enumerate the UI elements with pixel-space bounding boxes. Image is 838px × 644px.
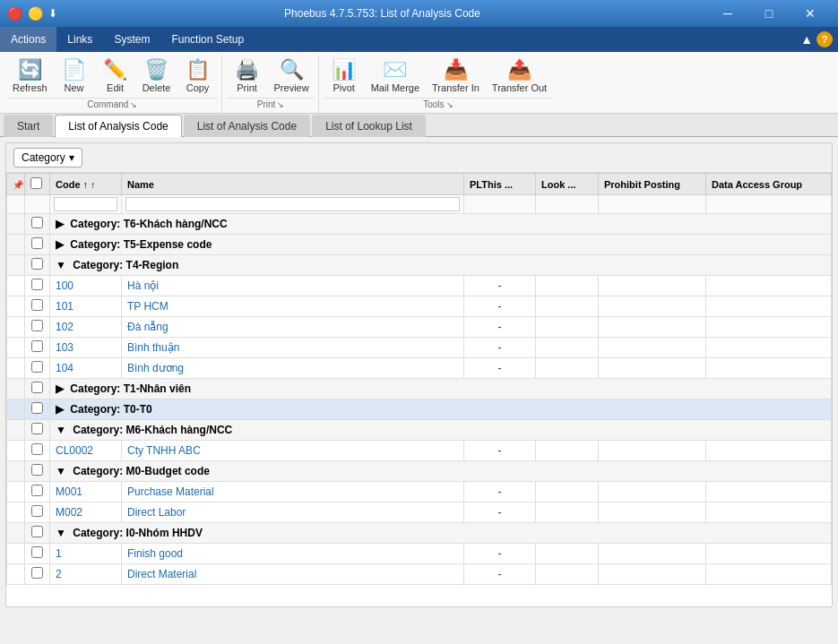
maximize-button[interactable]: □	[748, 0, 790, 27]
cat-toggle-15[interactable]: ▼	[56, 527, 66, 539]
cat-label-cell[interactable]: ▶ Category: T1-Nhân viên	[50, 379, 832, 399]
data-name-cell[interactable]: Cty TNHH ABC	[122, 441, 464, 461]
row-checkbox-4[interactable]	[31, 299, 43, 311]
name-link-11[interactable]: Cty TNHH ABC	[127, 444, 201, 457]
code-link-16[interactable]: 1	[56, 547, 62, 560]
row-checkbox-9[interactable]	[31, 402, 43, 414]
row-checkbox-16[interactable]	[31, 546, 43, 558]
menu-function-setup[interactable]: Function Setup	[160, 27, 255, 52]
menu-up-icon[interactable]: ▲	[800, 32, 813, 47]
cat-label-cell[interactable]: ▼ Category: M6-Khách hàng/NCC	[50, 420, 832, 441]
code-link-13[interactable]: M001	[56, 485, 82, 498]
data-check-cell[interactable]	[25, 358, 50, 379]
print-expand-icon[interactable]: ↘	[277, 100, 284, 109]
row-checkbox-13[interactable]	[31, 485, 43, 496]
data-name-cell[interactable]: Purchase Material	[122, 482, 464, 502]
data-name-cell[interactable]: Hà nội	[122, 276, 464, 296]
row-checkbox-0[interactable]	[31, 217, 43, 228]
row-checkbox-6[interactable]	[31, 340, 43, 352]
menu-links[interactable]: Links	[56, 27, 103, 52]
pivot-button[interactable]: 📊 Pivot	[324, 57, 364, 96]
name-link-16[interactable]: Finish good	[127, 547, 183, 560]
data-code-cell[interactable]: 2	[50, 564, 122, 585]
data-code-cell[interactable]: 1	[50, 544, 122, 564]
data-name-cell[interactable]: Bình dương	[122, 358, 464, 379]
cat-toggle-12[interactable]: ▼	[56, 465, 66, 477]
cat-label-cell[interactable]: ▼ Category: M0-Budget code	[50, 461, 832, 482]
data-check-cell[interactable]	[25, 482, 50, 502]
data-name-cell[interactable]: Direct Material	[122, 564, 464, 585]
code-link-11[interactable]: CL0002	[56, 444, 93, 457]
transferout-button[interactable]: 📤 Transfer Out	[487, 57, 552, 96]
name-link-13[interactable]: Purchase Material	[127, 485, 214, 498]
cat-check-cell[interactable]	[25, 420, 50, 441]
name-link-5[interactable]: Đà nẵng	[127, 321, 168, 333]
data-check-cell[interactable]	[25, 502, 50, 523]
data-check-cell[interactable]	[25, 544, 50, 564]
copy-button[interactable]: 📋 Copy	[178, 57, 218, 96]
name-link-7[interactable]: Bình dương	[127, 362, 184, 374]
cat-label-cell[interactable]: ▶ Category: T0-T0	[50, 399, 832, 420]
menu-system[interactable]: System	[103, 27, 160, 52]
col-header-prohibit[interactable]: Prohibit Posting	[599, 174, 706, 195]
data-check-cell[interactable]	[25, 564, 50, 585]
cat-toggle-9[interactable]: ▶	[56, 403, 64, 416]
close-button[interactable]: ✕	[790, 0, 831, 27]
row-checkbox-5[interactable]	[31, 320, 43, 331]
data-code-cell[interactable]: M002	[50, 502, 122, 523]
data-name-cell[interactable]: Đà nẵng	[122, 317, 464, 338]
filter-name-input[interactable]	[125, 197, 460, 211]
code-link-4[interactable]: 101	[56, 300, 73, 313]
code-link-17[interactable]: 2	[56, 568, 62, 580]
data-name-cell[interactable]: Bình thuận	[122, 338, 464, 358]
cat-check-cell[interactable]	[25, 214, 50, 235]
cat-check-cell[interactable]	[25, 255, 50, 276]
tab-start[interactable]: Start	[4, 115, 53, 137]
col-header-name[interactable]: Name	[122, 174, 464, 195]
name-link-17[interactable]: Direct Material	[127, 568, 196, 580]
name-link-4[interactable]: TP HCM	[127, 300, 168, 313]
filter-code[interactable]	[50, 195, 122, 214]
name-link-6[interactable]: Bình thuận	[127, 341, 179, 354]
cat-check-cell[interactable]	[25, 523, 50, 544]
cat-check-cell[interactable]	[25, 235, 50, 255]
cat-toggle-8[interactable]: ▶	[56, 382, 64, 395]
row-checkbox-1[interactable]	[31, 237, 43, 249]
edit-button[interactable]: ✏️ Edit	[96, 57, 135, 96]
cat-toggle-1[interactable]: ▶	[56, 238, 64, 251]
col-header-look[interactable]: Look ...	[536, 174, 599, 195]
data-code-cell[interactable]: 102	[50, 317, 122, 338]
code-link-7[interactable]: 104	[56, 362, 73, 374]
category-button[interactable]: Category ▾	[13, 148, 82, 167]
refresh-button[interactable]: 🔄 Refresh	[7, 57, 53, 96]
code-link-14[interactable]: M002	[56, 506, 82, 519]
tab-list-analysis-2[interactable]: List of Analysis Code	[184, 115, 310, 137]
mailmerge-button[interactable]: ✉️ Mail Merge	[366, 57, 425, 96]
data-code-cell[interactable]: 104	[50, 358, 122, 379]
tab-lookup[interactable]: List of Lookup List	[312, 115, 426, 137]
data-code-cell[interactable]: 103	[50, 338, 122, 358]
col-header-pl[interactable]: PLThis ...	[464, 174, 536, 195]
data-name-cell[interactable]: Direct Labor	[122, 502, 464, 523]
delete-button[interactable]: 🗑️ Delete	[137, 57, 177, 96]
row-checkbox-14[interactable]	[31, 505, 43, 517]
cat-toggle-2[interactable]: ▼	[56, 259, 66, 271]
row-checkbox-3[interactable]	[31, 279, 43, 290]
filter-name[interactable]	[122, 195, 464, 214]
col-header-code[interactable]: Code ↑	[50, 174, 122, 195]
row-checkbox-17[interactable]	[31, 567, 43, 579]
code-link-5[interactable]: 102	[56, 321, 73, 333]
row-checkbox-7[interactable]	[31, 361, 43, 373]
cat-label-cell[interactable]: ▼ Category: I0-Nhóm HHDV	[50, 523, 832, 544]
transferin-button[interactable]: 📥 Transfer In	[427, 57, 485, 96]
data-name-cell[interactable]: Finish good	[122, 544, 464, 564]
data-check-cell[interactable]	[25, 441, 50, 461]
row-checkbox-2[interactable]	[31, 258, 43, 270]
preview-button[interactable]: 🔍 Preview	[269, 57, 315, 96]
cat-toggle-10[interactable]: ▼	[56, 424, 66, 436]
data-check-cell[interactable]	[25, 317, 50, 338]
col-header-pin[interactable]: 📌	[7, 174, 25, 195]
cat-toggle-0[interactable]: ▶	[56, 218, 64, 230]
menu-actions[interactable]: Actions	[0, 27, 56, 52]
cat-label-cell[interactable]: ▼ Category: T4-Region	[50, 255, 832, 276]
